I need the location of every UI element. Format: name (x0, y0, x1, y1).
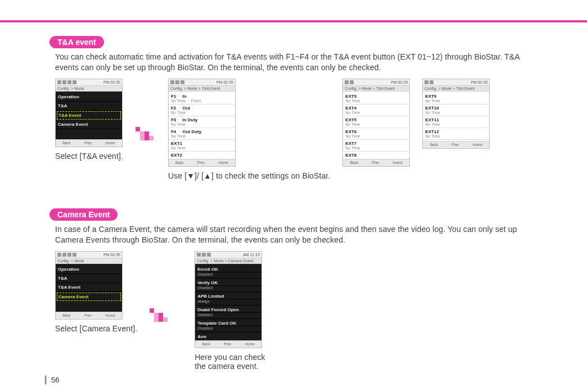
status-time: PM 02:35 (216, 80, 233, 84)
status-time: PM 02:35 (391, 80, 408, 84)
list-sub: No Time (343, 99, 409, 104)
list-item: EXT4 (343, 104, 409, 111)
footer-home: Home (245, 342, 255, 346)
footer-back: Back (175, 161, 183, 165)
list-item: Arm (195, 332, 261, 339)
list-item: F4 Out Duty (169, 128, 235, 134)
list-sub: No Time (343, 111, 409, 116)
footer-home: Home (105, 141, 115, 145)
status-icon (73, 80, 76, 84)
list-item: F3 In Duty (169, 116, 235, 122)
footer-home: Home (473, 143, 482, 147)
ta-screens-row: PM 02:35 Config. > Mode Operation T&A T&… (55, 79, 542, 180)
footer-home: Home (105, 313, 115, 317)
status-icon (57, 80, 61, 84)
menu-item: Operation (56, 93, 122, 102)
status-icon (57, 253, 61, 257)
list-sub: No Time (423, 111, 489, 116)
list-item: EXT7 (343, 140, 409, 146)
footer-prev: Prev (197, 161, 205, 165)
list-sub: No Time Fixed (169, 99, 235, 104)
status-icon (425, 80, 428, 84)
status-time: PM 02:35 (471, 80, 487, 84)
status-icon (175, 80, 179, 84)
screen-titlebar: Config. > Mode (56, 258, 122, 264)
screen-titlebar: Config. > Mode > T&A Event (343, 86, 409, 92)
status-icon (73, 253, 76, 257)
list-sub: Disabled (195, 313, 261, 319)
footer-home: Home (218, 161, 228, 165)
list-item: EXT8 (343, 152, 409, 158)
footer-back: Back (62, 313, 70, 317)
status-icon (430, 80, 434, 84)
list-sub: No Time (169, 111, 235, 116)
screen-titlebar: Config. > Mode (56, 86, 122, 92)
status-time: AM 11:15 (243, 253, 260, 257)
menu-item: T&A (56, 102, 122, 111)
status-icon (180, 80, 184, 84)
status-icon (170, 80, 174, 84)
screenshot-cam-list: AM 11:15 Config. > Mode > Camera Event E… (195, 251, 262, 348)
caption-cam-2a: Here you can check (195, 353, 265, 362)
list-item: EXT12 (423, 128, 489, 134)
list-item: F1 In (169, 93, 235, 99)
screenshot-ta-list-3: PM 02:35 Config. > Mode > T&A Event EXT9… (422, 79, 490, 149)
step-arrow-icon (136, 127, 156, 147)
status-icon (207, 253, 211, 257)
list-sub: No Time (343, 122, 409, 128)
list-item: EXT6 (343, 128, 409, 134)
cam-screens-row: PM 02:35 Config. > Mode Operation T&A T&… (55, 251, 542, 371)
screen-titlebar: Config. > Mode > T&A Event (169, 86, 235, 92)
list-item: EXT10 (423, 104, 489, 111)
list-sub: No Time (343, 146, 409, 152)
menu-item: T&A Event (56, 283, 122, 292)
list-item: Enroll OK (195, 265, 261, 272)
screenshot-ta-list-2: PM 02:35 Config. > Mode > T&A Event EXT3… (342, 79, 410, 167)
list-item: EXT2 (169, 152, 235, 158)
caption-ta-2: Use [▼]/ [▲] to check the settings on Bi… (168, 171, 330, 180)
footer-prev: Prev (224, 342, 231, 346)
section-badge-cam: Camera Event (49, 208, 118, 221)
list-sub: Disabled (195, 286, 261, 292)
list-sub: No Time (423, 122, 489, 128)
footer-home: Home (393, 161, 403, 165)
page-body: T&A event You can check automatic time a… (0, 22, 587, 371)
list-sub: No Time (423, 134, 489, 140)
list-item: EXT11 (423, 116, 489, 122)
status-icon (350, 80, 354, 84)
footer-back: Back (202, 342, 210, 346)
menu-item: Operation (56, 265, 122, 274)
footer-prev: Prev (372, 161, 379, 165)
list-sub: No Time (423, 99, 489, 104)
caption-ta-1: Select [T&A event]. (55, 152, 123, 161)
caption-cam-2b: the camera event. (195, 362, 265, 371)
list-item: EXT5 (343, 116, 409, 122)
status-time: PM 02:35 (103, 253, 120, 257)
status-icon (202, 253, 206, 257)
list-item: EXT1 (169, 140, 235, 146)
menu-item: T&A (56, 274, 122, 283)
section-body-cam: In case of a Camera Event, the camera wi… (55, 224, 542, 245)
list-sub: No Time (343, 134, 409, 140)
section-body-ta: You can check automatic time and activat… (55, 52, 542, 73)
status-icon (197, 253, 201, 257)
status-time: PM 02:35 (103, 80, 120, 84)
menu-item-selected: Camera Event (57, 293, 121, 301)
page-number: ▎56 (45, 376, 59, 384)
status-icon (62, 253, 66, 257)
screen-titlebar: Config. > Mode > T&A Event (423, 86, 489, 92)
step-arrow-icon (150, 308, 170, 329)
screenshot-cam-menu: PM 02:35 Config. > Mode Operation T&A T&… (55, 251, 123, 320)
menu-item-selected: T&A Event (57, 111, 121, 120)
list-item: EXT3 (343, 93, 409, 99)
list-item: APB Limited (195, 292, 261, 299)
status-icon (67, 253, 71, 257)
caption-cam-1: Select [Camera Event]. (55, 324, 137, 333)
status-icon (345, 80, 349, 84)
list-sub: Always (195, 299, 261, 306)
list-item: Verify OK (195, 279, 261, 286)
footer-prev: Prev (451, 143, 459, 147)
status-icon (67, 80, 71, 84)
footer-prev: Prev (84, 141, 92, 145)
list-item: Template Card OK (195, 319, 261, 326)
